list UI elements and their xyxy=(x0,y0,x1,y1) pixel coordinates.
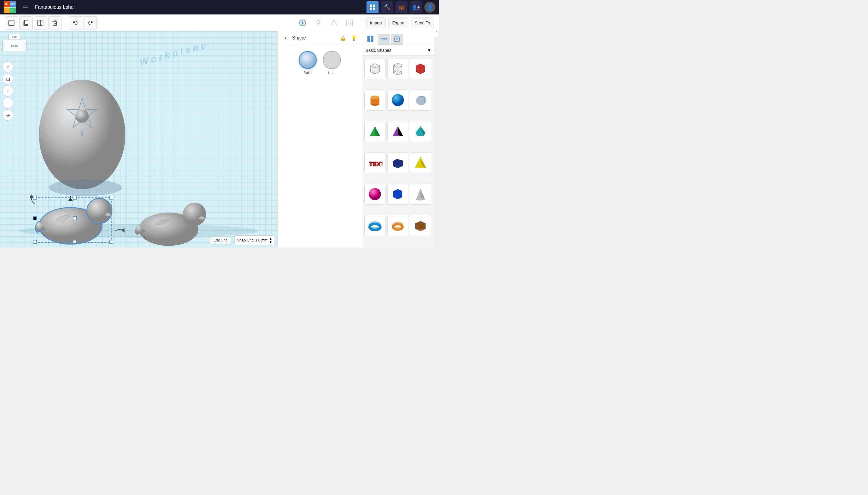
shape-view-icon xyxy=(330,19,338,27)
grid-view-button[interactable] xyxy=(366,1,379,13)
cylinder-striped-icon xyxy=(390,61,405,76)
svg-rect-6 xyxy=(24,20,28,24)
hole-option[interactable]: Hole xyxy=(323,51,341,75)
svg-marker-77 xyxy=(375,126,380,136)
library-tab-shapes[interactable] xyxy=(364,34,377,45)
new-shape-icon xyxy=(8,20,15,26)
svg-text:TEXT: TEXT xyxy=(369,161,382,168)
svg-rect-50 xyxy=(367,36,370,39)
hole-circle xyxy=(323,51,341,69)
snap-grid-increment[interactable]: ▲▼ xyxy=(269,237,272,243)
svg-point-18 xyxy=(317,20,320,23)
collapse-panel-button[interactable]: › xyxy=(434,31,439,37)
import-button[interactable]: Import xyxy=(366,17,386,28)
library-tabs xyxy=(362,31,434,45)
svg-point-74 xyxy=(371,96,379,99)
shape-item-pyramid-green[interactable] xyxy=(364,121,385,142)
main: Workplane TOP BACK ⌂ ⊡ + − ⊕ xyxy=(0,31,439,248)
toolbar-right: Import Export Send To xyxy=(296,16,434,30)
shape-item-box-blue[interactable] xyxy=(387,184,409,205)
svg-rect-1 xyxy=(373,4,375,7)
shape-item-cyl-striped[interactable] xyxy=(387,58,409,79)
svg-point-36 xyxy=(87,198,112,224)
library-category-select[interactable]: Basic Shapes xyxy=(366,48,426,53)
profile-button[interactable]: 👤 xyxy=(424,2,435,13)
svg-rect-2 xyxy=(370,7,372,10)
shape-lock-button[interactable]: 🔒 xyxy=(339,34,347,42)
toolbar-divider-2 xyxy=(361,18,361,28)
svg-rect-51 xyxy=(371,36,374,39)
shape-item-pyramid-yellow[interactable] xyxy=(410,152,431,173)
svg-rect-3 xyxy=(373,7,375,10)
library-tab-notes[interactable] xyxy=(391,34,403,45)
svg-marker-46 xyxy=(68,198,73,201)
shape-item-box-brown[interactable] xyxy=(410,215,431,236)
svg-rect-11 xyxy=(53,22,57,25)
briefcase-button[interactable]: 💼 xyxy=(395,1,407,13)
shape-item-sphere-blue[interactable] xyxy=(387,89,409,110)
shape-item-cone-gray[interactable] xyxy=(410,184,431,205)
svg-rect-44 xyxy=(73,240,76,243)
svg-point-69 xyxy=(394,64,402,67)
shape-item-box-red[interactable] xyxy=(410,58,431,79)
light-button[interactable] xyxy=(312,16,325,30)
snap-grid-control: Snap Grid 1.0 mm ▲▼ xyxy=(235,236,275,245)
edit-grid-button[interactable]: Edit Grid xyxy=(210,237,231,244)
box-blue-icon xyxy=(390,187,405,202)
shape-item-text-3d[interactable]: TEXT TEXT xyxy=(364,152,385,173)
shape-item-sphere-magenta[interactable] xyxy=(364,184,385,205)
hammer-button[interactable]: 🔨 xyxy=(381,1,393,13)
pyramid-teal-icon xyxy=(413,124,428,139)
shape-panel-collapse[interactable]: ▲ xyxy=(281,34,290,42)
box-brown-icon xyxy=(413,218,428,233)
library-tab-ruler[interactable] xyxy=(378,34,390,45)
shape-item-box-striped[interactable] xyxy=(364,58,385,79)
copy-icon xyxy=(23,20,29,26)
sendto-button[interactable]: Send To xyxy=(411,17,434,28)
copy-button[interactable] xyxy=(19,16,33,30)
svg-point-49 xyxy=(183,203,206,226)
shape-light-button[interactable]: 💡 xyxy=(350,34,358,42)
redo-button[interactable] xyxy=(84,16,97,30)
library-dropdown: Basic Shapes ▾ xyxy=(362,45,434,56)
torus-orange-icon xyxy=(390,218,405,233)
add-user-button[interactable]: 👤+ xyxy=(410,1,422,13)
new-shape-button[interactable] xyxy=(5,16,18,30)
shape-panel-header: ▲ Shape 🔒 💡 xyxy=(278,31,362,45)
solid-option[interactable]: Solid xyxy=(299,51,317,75)
svg-rect-39 xyxy=(73,196,76,199)
pyramid-green-icon xyxy=(367,124,382,139)
pyramid-yellow-icon xyxy=(413,155,428,170)
logo-cell-tin: TIN xyxy=(4,1,10,7)
viewport[interactable]: Workplane TOP BACK ⌂ ⊡ + − ⊕ xyxy=(0,31,277,248)
shape-view-button[interactable] xyxy=(327,16,341,30)
svg-rect-9 xyxy=(38,23,40,25)
paste-button[interactable] xyxy=(34,16,47,30)
torus-blue-icon xyxy=(367,218,382,233)
shape-item-torus-blue[interactable] xyxy=(364,215,385,236)
grid-toggle-button[interactable] xyxy=(343,16,356,30)
svg-marker-85 xyxy=(416,188,425,199)
shape-item-irregular[interactable] xyxy=(410,89,431,110)
irregular-icon xyxy=(413,92,428,108)
shape-item-pyramid-teal[interactable] xyxy=(410,121,431,142)
shape-item-cylinder-orange[interactable] xyxy=(364,89,385,110)
text-3d-icon: TEXT TEXT xyxy=(367,155,382,170)
undo-button[interactable] xyxy=(69,16,82,30)
shape-item-box-navy[interactable] xyxy=(387,152,409,173)
shape-item-pyramid-purple[interactable] xyxy=(387,121,409,142)
snap-grid-label: Snap Grid xyxy=(237,238,254,242)
export-button[interactable]: Export xyxy=(388,17,408,28)
view-perspective-button[interactable] xyxy=(296,16,309,30)
shape-item-torus-orange[interactable] xyxy=(387,215,409,236)
delete-button[interactable] xyxy=(48,16,62,30)
perspective-icon xyxy=(299,19,307,27)
shape-panel-title: Shape xyxy=(292,35,336,41)
box-striped-icon xyxy=(367,61,382,76)
svg-rect-8 xyxy=(40,20,43,23)
dropdown-arrow-icon: ▾ xyxy=(428,47,430,53)
light-icon xyxy=(314,19,322,27)
svg-marker-79 xyxy=(398,126,403,136)
box-navy-icon xyxy=(390,155,405,170)
menu-button[interactable]: ☰ xyxy=(19,1,31,13)
